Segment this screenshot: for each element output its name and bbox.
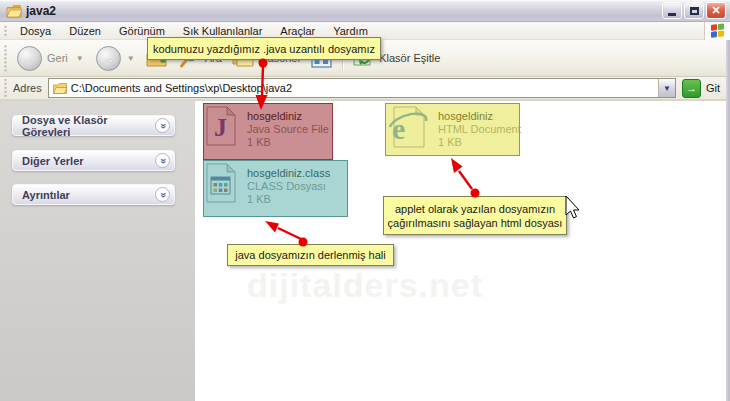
back-label: Geri <box>47 52 68 64</box>
file-size: 1 KB <box>247 136 329 149</box>
file-name: hosgeldiniz <box>438 110 521 123</box>
panel-label: Dosya ve Klasör Görevleri <box>22 114 155 138</box>
chevron-down-icon[interactable]: » <box>155 153 170 168</box>
file-type: Java Source File <box>247 123 329 136</box>
file-size: 1 KB <box>438 136 521 149</box>
annotation-java-note: kodumuzu yazdığımız .java uzantılı dosya… <box>147 37 381 60</box>
panel-label: Diğer Yerler <box>22 155 155 167</box>
address-grip <box>3 79 8 97</box>
chevron-down-icon[interactable]: » <box>155 118 170 133</box>
file-item-html[interactable]: e hosgeldiniz HTML Document 1 KB <box>388 106 521 149</box>
windows-logo-box <box>704 22 730 40</box>
file-size: 1 KB <box>247 193 330 206</box>
minimize-icon <box>668 13 676 16</box>
svg-text:J: J <box>214 113 227 142</box>
annotation-class-note: java dosyamızın derlenmiş hali <box>227 244 394 266</box>
sidebar-panel-details[interactable]: Ayrıntılar » <box>12 184 175 205</box>
minimize-button[interactable] <box>662 2 682 19</box>
sidebar-panel-file-tasks[interactable]: Dosya ve Klasör Görevleri » <box>12 115 175 136</box>
annotation-text: kodumuzu yazdığımız .java uzantılı dosya… <box>153 42 375 56</box>
window-right-border <box>726 40 730 401</box>
explorer-window: java2 ✕ Dosya Düzen Görünüm Sık Kullanıl… <box>0 0 730 401</box>
menu-grip <box>3 24 8 38</box>
file-item-class[interactable]: hosgeldiniz.class CLASS Dosyası 1 KB <box>205 163 330 206</box>
window-title: java2 <box>26 4 660 18</box>
java-source-icon: J <box>205 106 237 146</box>
title-bar: java2 ✕ <box>0 0 730 22</box>
file-name: hosgeldiniz <box>247 110 329 123</box>
chevron-down-icon[interactable]: » <box>155 187 170 202</box>
menu-dosya[interactable]: Dosya <box>11 23 60 39</box>
folder-icon <box>6 4 22 18</box>
forward-dropdown-icon[interactable]: ▼ <box>127 54 135 63</box>
file-type: CLASS Dosyası <box>247 180 330 193</box>
maximize-icon <box>690 7 699 15</box>
address-label: Adres <box>13 82 42 94</box>
annotation-text-line1: applet olarak yazılan dosyamızın <box>395 202 555 216</box>
menu-duzen[interactable]: Düzen <box>60 23 110 39</box>
go-button[interactable]: → Git <box>682 79 720 98</box>
annotation-html-note: applet olarak yazılan dosyamızın çağırıl… <box>383 196 567 235</box>
class-file-icon <box>205 163 237 203</box>
html-ie-icon: e <box>388 106 428 148</box>
windows-logo-icon <box>711 23 725 38</box>
annotation-text-line2: çağırılmasını sağlayan html dosyası <box>388 216 563 230</box>
back-button[interactable]: ← <box>17 46 42 71</box>
address-combobox[interactable]: ▼ <box>48 78 676 98</box>
file-type: HTML Document <box>438 123 521 136</box>
toolbar-grip <box>3 44 8 73</box>
maximize-button[interactable] <box>684 2 704 19</box>
panel-label: Ayrıntılar <box>22 189 155 201</box>
file-name: hosgeldiniz.class <box>247 167 330 180</box>
go-label: Git <box>706 82 720 94</box>
sidebar-panel-other-places[interactable]: Diğer Yerler » <box>12 150 175 171</box>
forward-button[interactable]: → <box>96 46 121 71</box>
file-item-java-source[interactable]: J hosgeldiniz Java Source File 1 KB <box>205 106 329 149</box>
watermark-text: dijitalders.net <box>200 266 530 305</box>
close-button[interactable]: ✕ <box>706 2 726 19</box>
back-dropdown-icon[interactable]: ▼ <box>76 54 84 63</box>
annotation-text: java dosyamızın derlenmiş hali <box>235 248 385 262</box>
folder-sync-label: Klasör Eşitle <box>379 52 440 64</box>
address-bar: Adres ▼ → Git <box>0 77 730 101</box>
address-dropdown-icon[interactable]: ▼ <box>658 79 675 97</box>
go-arrow-icon: → <box>682 79 701 98</box>
address-folder-icon <box>53 83 67 94</box>
address-input[interactable] <box>71 82 658 94</box>
task-sidebar: Dosya ve Klasör Görevleri » Diğer Yerler… <box>0 101 195 401</box>
